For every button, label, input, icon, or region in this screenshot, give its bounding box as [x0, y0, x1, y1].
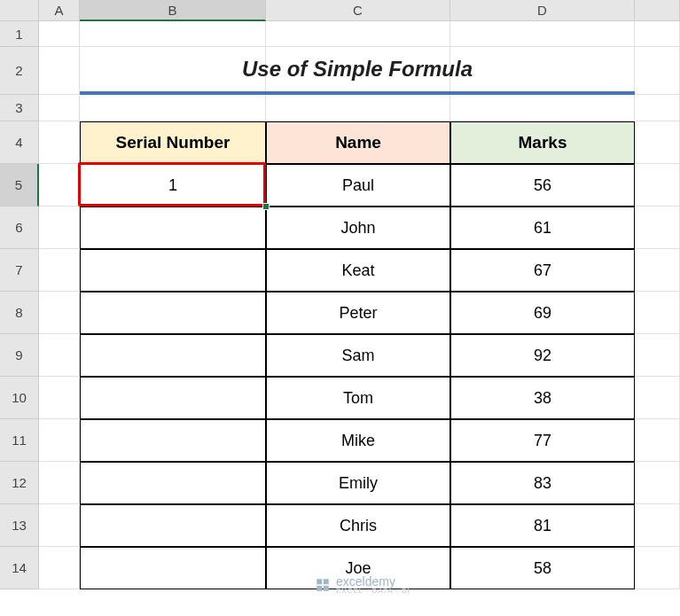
table-row: Peter69: [80, 292, 635, 334]
cell[interactable]: [266, 21, 450, 47]
cell[interactable]: [635, 504, 680, 547]
table-row: 1Paul56: [80, 164, 635, 207]
column-header-B[interactable]: B: [80, 0, 266, 21]
table-cell[interactable]: [80, 249, 266, 292]
table-row: Emily83: [80, 462, 635, 504]
select-all-corner[interactable]: [0, 0, 39, 21]
cell[interactable]: [635, 462, 680, 504]
cell[interactable]: [635, 121, 680, 164]
table-header-serial-number[interactable]: Serial Number: [80, 121, 266, 164]
column-header-D[interactable]: D: [450, 0, 635, 21]
cell[interactable]: [635, 164, 680, 207]
table-cell[interactable]: 83: [450, 462, 635, 504]
row-header-2[interactable]: 2: [0, 47, 39, 95]
row-header-11[interactable]: 11: [0, 419, 39, 462]
cell[interactable]: [266, 95, 450, 121]
table-cell[interactable]: Emily: [266, 462, 450, 504]
cell[interactable]: [635, 292, 680, 334]
table-cell[interactable]: Chris: [266, 504, 450, 547]
row-header-14[interactable]: 14: [0, 547, 39, 589]
row-header-10[interactable]: 10: [0, 377, 39, 419]
table-cell[interactable]: 1: [80, 164, 266, 207]
cell[interactable]: [80, 21, 266, 47]
column-header-A[interactable]: A: [39, 0, 80, 21]
cell[interactable]: [39, 334, 80, 377]
table-cell[interactable]: 77: [450, 419, 635, 462]
row-header-13[interactable]: 13: [0, 504, 39, 547]
title-text: Use of Simple Formula: [242, 57, 473, 82]
table-cell[interactable]: [80, 462, 266, 504]
cell[interactable]: [635, 377, 680, 419]
cell[interactable]: [80, 95, 266, 121]
table-cell[interactable]: Tom: [266, 377, 450, 419]
watermark: exceldemy EXCEL · DATA · BI: [315, 574, 410, 595]
cell[interactable]: [39, 419, 80, 462]
table-row: Mike77: [80, 419, 635, 462]
row-header-7[interactable]: 7: [0, 249, 39, 292]
cell[interactable]: [635, 547, 680, 589]
table-cell[interactable]: [80, 207, 266, 249]
watermark-logo-icon: [315, 577, 331, 593]
row-header-5[interactable]: 5: [0, 164, 39, 207]
table-cell[interactable]: Keat: [266, 249, 450, 292]
table-cell[interactable]: 56: [450, 164, 635, 207]
cell[interactable]: [39, 249, 80, 292]
cell[interactable]: [635, 95, 680, 121]
cell[interactable]: [450, 21, 635, 47]
cell[interactable]: [635, 419, 680, 462]
cell[interactable]: [635, 207, 680, 249]
table-cell[interactable]: [80, 419, 266, 462]
table-cell[interactable]: [80, 334, 266, 377]
table-cell[interactable]: John: [266, 207, 450, 249]
spreadsheet: ABCD 1234567891011121314 Use of Simple F…: [0, 0, 680, 616]
cell[interactable]: [39, 121, 80, 164]
table-cell[interactable]: [80, 292, 266, 334]
table-cell[interactable]: 81: [450, 504, 635, 547]
title-cell[interactable]: Use of Simple Formula: [80, 47, 635, 95]
row-header-4[interactable]: 4: [0, 121, 39, 164]
row-header-3[interactable]: 3: [0, 95, 39, 121]
row-headers: 1234567891011121314: [0, 21, 39, 589]
cell[interactable]: [39, 21, 80, 47]
table-cell[interactable]: 67: [450, 249, 635, 292]
cell[interactable]: [39, 95, 80, 121]
row-header-6[interactable]: 6: [0, 207, 39, 249]
cell[interactable]: [450, 95, 635, 121]
table-cell[interactable]: Peter: [266, 292, 450, 334]
cell[interactable]: [635, 47, 680, 95]
cell[interactable]: [635, 21, 680, 47]
row-header-9[interactable]: 9: [0, 334, 39, 377]
table-cell[interactable]: 92: [450, 334, 635, 377]
table-cell[interactable]: Paul: [266, 164, 450, 207]
cell[interactable]: [39, 547, 80, 589]
table-header-name[interactable]: Name: [266, 121, 450, 164]
table-cell[interactable]: [80, 547, 266, 589]
table-cell[interactable]: Sam: [266, 334, 450, 377]
row-header-1[interactable]: 1: [0, 21, 39, 47]
table-cell[interactable]: 69: [450, 292, 635, 334]
column-header-blank[interactable]: [635, 0, 680, 21]
row-header-12[interactable]: 12: [0, 462, 39, 504]
table-cell[interactable]: Mike: [266, 419, 450, 462]
table-cell[interactable]: 38: [450, 377, 635, 419]
table-row: John61: [80, 207, 635, 249]
table-cell[interactable]: [80, 504, 266, 547]
cell[interactable]: [635, 334, 680, 377]
cell[interactable]: [39, 164, 80, 207]
table-row: Tom38: [80, 377, 635, 419]
table-cell[interactable]: 61: [450, 207, 635, 249]
cell[interactable]: [39, 377, 80, 419]
table-cell[interactable]: 58: [450, 547, 635, 589]
table-row: Sam92: [80, 334, 635, 377]
table-cell[interactable]: [80, 377, 266, 419]
cell[interactable]: [39, 207, 80, 249]
column-header-C[interactable]: C: [266, 0, 450, 21]
cell[interactable]: [39, 292, 80, 334]
row-header-8[interactable]: 8: [0, 292, 39, 334]
table-header-marks[interactable]: Marks: [450, 121, 635, 164]
cell[interactable]: [39, 47, 80, 95]
fill-handle[interactable]: [262, 203, 270, 210]
cell[interactable]: [39, 504, 80, 547]
cell[interactable]: [39, 462, 80, 504]
cell[interactable]: [635, 249, 680, 292]
